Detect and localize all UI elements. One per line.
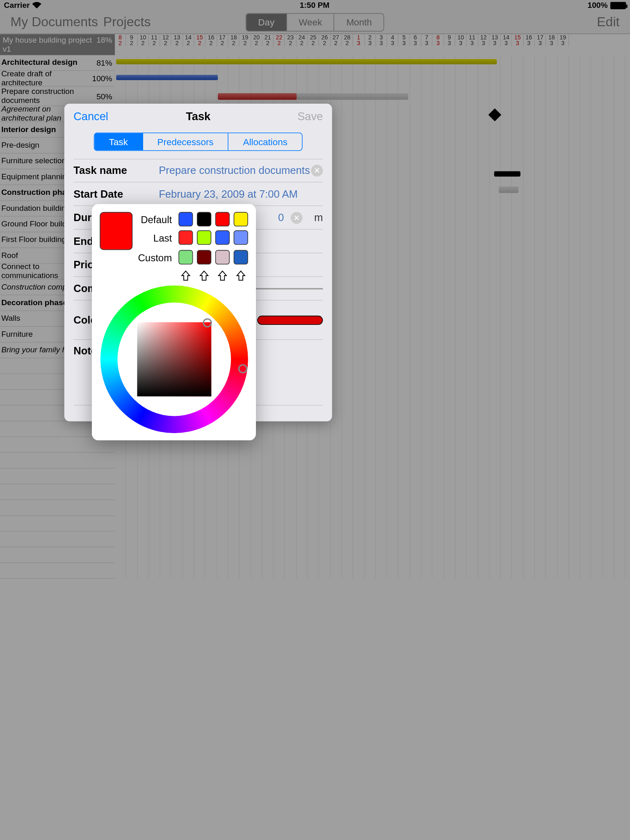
custom-color-swatch[interactable] xyxy=(234,250,248,265)
up-arrow-icon[interactable] xyxy=(178,268,193,283)
sv-cursor[interactable] xyxy=(203,318,212,327)
modal-title: Task xyxy=(186,110,210,123)
color-swatch[interactable] xyxy=(257,315,323,324)
complete-slider[interactable] xyxy=(251,288,323,289)
default-color-swatch[interactable] xyxy=(234,212,248,226)
clear-icon[interactable]: ✕ xyxy=(290,212,302,224)
tab-allocations[interactable]: Allocations xyxy=(228,133,302,151)
last-color-swatch[interactable] xyxy=(234,231,248,245)
last-color-swatch[interactable] xyxy=(178,231,193,245)
up-arrow-icon[interactable] xyxy=(215,268,230,283)
start-date-label: Start Date xyxy=(73,188,159,200)
color-picker-popover: Default Last Custom xyxy=(92,204,256,441)
task-name-value[interactable]: Prepare construction documents xyxy=(159,165,310,177)
task-name-label: Task name xyxy=(73,165,159,177)
tab-task[interactable]: Task xyxy=(94,133,143,151)
duration-unit[interactable]: m xyxy=(314,212,323,224)
custom-color-swatch[interactable] xyxy=(215,250,230,265)
start-date-value[interactable]: February 23, 2009 at 7:00 AM xyxy=(159,188,298,200)
hue-cursor[interactable] xyxy=(238,364,247,373)
last-colors-label: Last xyxy=(153,232,172,243)
current-color-swatch xyxy=(100,212,132,250)
custom-color-swatch[interactable] xyxy=(178,250,193,265)
duration-value[interactable]: 0 xyxy=(278,212,284,224)
custom-colors-label: Custom xyxy=(138,252,172,263)
default-colors-label: Default xyxy=(141,214,172,225)
last-color-swatch[interactable] xyxy=(197,231,211,245)
cancel-button[interactable]: Cancel xyxy=(73,110,108,123)
default-color-swatch[interactable] xyxy=(215,212,230,226)
last-color-swatch[interactable] xyxy=(215,231,230,245)
color-square[interactable] xyxy=(137,322,211,397)
default-color-swatch[interactable] xyxy=(197,212,211,226)
modal-tab-group: Task Predecessors Allocations xyxy=(94,132,303,151)
up-arrow-icon[interactable] xyxy=(197,268,211,283)
up-arrow-icon[interactable] xyxy=(234,268,248,283)
save-button[interactable]: Save xyxy=(297,110,323,123)
default-color-swatch[interactable] xyxy=(178,212,193,226)
tab-predecessors[interactable]: Predecessors xyxy=(143,133,228,151)
clear-icon[interactable]: ✕ xyxy=(311,165,323,177)
custom-color-swatch[interactable] xyxy=(197,250,211,265)
color-wheel[interactable] xyxy=(100,285,248,433)
